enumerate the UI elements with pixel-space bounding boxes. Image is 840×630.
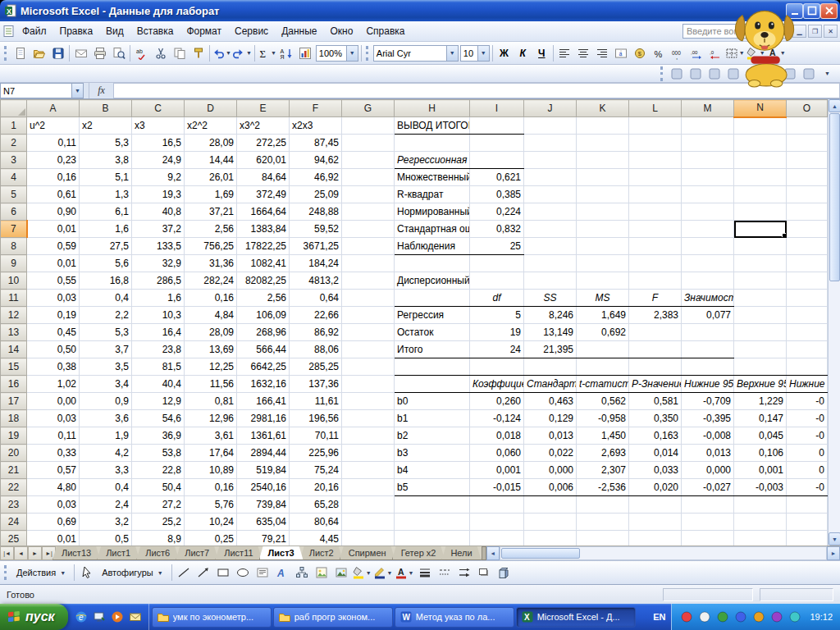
cell-I13[interactable]: 19 (470, 324, 524, 341)
cell-I16[interactable]: Коэффициенты (470, 376, 524, 393)
cell-C17[interactable]: 12,9 (132, 393, 185, 410)
column-header-K[interactable]: K (577, 100, 629, 117)
cell-J19[interactable]: 0,013 (524, 427, 577, 445)
cell-L7[interactable] (629, 221, 682, 238)
cell-D13[interactable]: 28,09 (185, 324, 237, 341)
cell-D17[interactable]: 0,81 (185, 393, 237, 410)
cell-L19[interactable]: 0,163 (629, 427, 682, 445)
cell-B21[interactable]: 3,3 (80, 462, 132, 479)
row-header-17[interactable]: 17 (1, 393, 27, 410)
cell-I21[interactable]: 0,001 (470, 462, 524, 479)
column-header-B[interactable]: B (80, 100, 132, 117)
cell-N7[interactable] (734, 221, 787, 238)
cell-E7[interactable]: 1383,84 (237, 221, 290, 238)
cell-K10[interactable] (577, 272, 629, 290)
cell-E8[interactable]: 17822,25 (237, 238, 290, 255)
row-header-24[interactable]: 24 (1, 514, 27, 531)
row-header-21[interactable]: 21 (1, 462, 27, 479)
undo-dropdown-arrow[interactable]: ▼ (225, 50, 232, 56)
format-painter-button[interactable] (189, 44, 208, 62)
cell-G14[interactable] (342, 341, 395, 358)
cell-D3[interactable]: 14,44 (185, 152, 237, 169)
cell-O22[interactable]: -0 (787, 479, 828, 496)
draw-arrow-style-button[interactable] (454, 564, 473, 582)
cell-D2[interactable]: 28,09 (185, 135, 237, 152)
cell-O14[interactable] (787, 341, 828, 358)
cell-L15[interactable] (629, 358, 682, 376)
cell-C13[interactable]: 16,4 (132, 324, 185, 341)
cell-C14[interactable]: 23,8 (132, 341, 185, 358)
row-header-11[interactable]: 11 (1, 290, 27, 307)
cell-G25[interactable] (342, 531, 395, 546)
cell-L14[interactable] (629, 341, 682, 358)
workbook-close-button[interactable]: ✕ (824, 25, 838, 38)
cell-G19[interactable] (342, 427, 395, 445)
percent-button[interactable]: % (650, 44, 669, 62)
cell-C10[interactable]: 286,5 (132, 272, 185, 290)
decrease-decimal-button[interactable]: ,0 (706, 44, 725, 62)
cell-N8[interactable] (734, 238, 787, 255)
cell-K17[interactable]: 0,562 (577, 393, 629, 410)
cell-I17[interactable]: 0,260 (470, 393, 524, 410)
draw-oval-button[interactable] (234, 564, 253, 582)
cell-A12[interactable]: 0,19 (27, 307, 80, 324)
cell-M21[interactable]: 0,000 (682, 462, 734, 479)
cell-F13[interactable]: 86,92 (290, 324, 342, 341)
cell-A7[interactable]: 0,01 (27, 221, 80, 238)
cell-J21[interactable]: 0,000 (524, 462, 577, 479)
cell-C20[interactable]: 53,8 (132, 445, 185, 462)
cell-G10[interactable] (342, 272, 395, 290)
toolbar-grip[interactable] (4, 46, 8, 61)
cell-N25[interactable] (734, 531, 787, 546)
cell-B24[interactable]: 3,2 (80, 514, 132, 531)
cell-O25[interactable] (787, 531, 828, 546)
cell-H10[interactable]: Дисперсионный анализ (395, 272, 470, 290)
row-header-22[interactable]: 22 (1, 479, 27, 496)
taskbar-window-4[interactable]: XMicrosoft Excel - Д... (516, 607, 636, 628)
cell-K22[interactable]: -2,536 (577, 479, 629, 496)
cell-L4[interactable] (629, 169, 682, 186)
row-header-1[interactable]: 1 (1, 117, 27, 135)
cell-H25[interactable] (395, 531, 470, 546)
sheet-tab-2[interactable]: Лист1 (97, 546, 139, 560)
cell-N22[interactable]: -0,003 (734, 479, 787, 496)
cell-D14[interactable]: 13,69 (185, 341, 237, 358)
cell-D11[interactable]: 0,16 (185, 290, 237, 307)
bold-button[interactable]: Ж (495, 44, 514, 62)
draw-diagram-button[interactable] (293, 564, 312, 582)
cell-E4[interactable]: 84,64 (237, 169, 290, 186)
cell-K6[interactable] (577, 203, 629, 221)
row-header-15[interactable]: 15 (1, 358, 27, 376)
cell-O4[interactable] (787, 169, 828, 186)
row-header-2[interactable]: 2 (1, 135, 27, 152)
cell-O2[interactable] (787, 135, 828, 152)
cell-O9[interactable] (787, 255, 828, 272)
cell-K7[interactable] (577, 221, 629, 238)
cell-E14[interactable]: 566,44 (237, 341, 290, 358)
cell-D4[interactable]: 26,01 (185, 169, 237, 186)
align-right-button[interactable] (593, 44, 612, 62)
cell-N15[interactable] (734, 358, 787, 376)
undo-button[interactable]: ▼ (212, 44, 232, 62)
cell-A1[interactable]: u^2 (27, 117, 80, 135)
cell-I10[interactable] (470, 272, 524, 290)
menu-item-4[interactable]: Вставка (130, 23, 180, 39)
cell-K2[interactable] (577, 135, 629, 152)
cell-K14[interactable] (577, 341, 629, 358)
cell-E25[interactable]: 79,21 (237, 531, 290, 546)
cell-O12[interactable] (787, 307, 828, 324)
cell-H13[interactable]: Остаток (395, 324, 470, 341)
cell-B8[interactable]: 27,5 (80, 238, 132, 255)
cell-L13[interactable] (629, 324, 682, 341)
cell-A19[interactable]: 0,11 (27, 427, 80, 445)
cell-E6[interactable]: 1664,64 (237, 203, 290, 221)
cell-H1[interactable]: ВЫВОД ИТОГОВ (395, 117, 470, 135)
cell-C11[interactable]: 1,6 (132, 290, 185, 307)
column-header-E[interactable]: E (237, 100, 290, 117)
cell-E11[interactable]: 2,56 (237, 290, 290, 307)
cell-O13[interactable] (787, 324, 828, 341)
cell-E20[interactable]: 2894,44 (237, 445, 290, 462)
draw-actions-button[interactable]: Действия▼ (11, 564, 71, 582)
currency-button[interactable]: $ (631, 44, 650, 62)
cell-G16[interactable] (342, 376, 395, 393)
